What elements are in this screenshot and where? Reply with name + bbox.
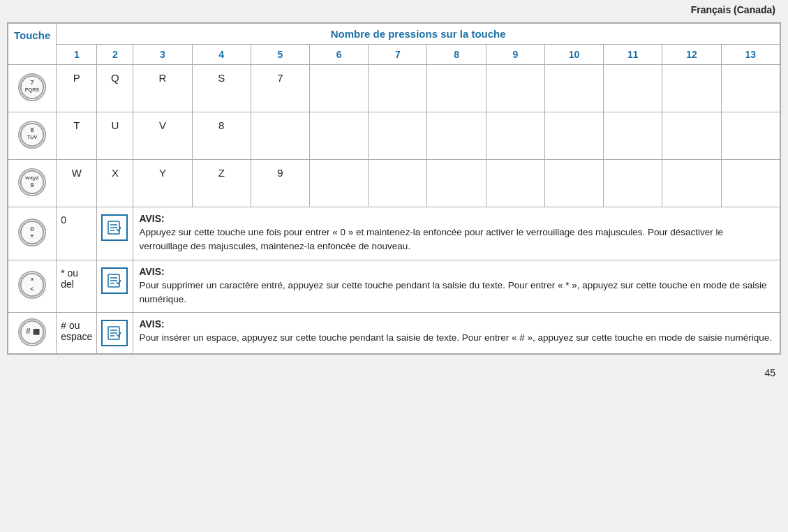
key-icon: wxyz9 <box>18 168 46 196</box>
data-cell <box>369 112 427 160</box>
key-cell: 8TUV <box>8 112 57 160</box>
notice-icon <box>101 320 128 346</box>
notice-content-cell: AVIS:Pour supprimer un caractère entré, … <box>133 260 780 313</box>
key-cell: 7PQRS <box>8 65 57 112</box>
notice-title: AVIS: <box>139 213 774 224</box>
col-num-header: 3 <box>133 45 192 65</box>
table-row: wxyz9WXYZ9 <box>8 160 780 207</box>
svg-text:PQRS: PQRS <box>25 87 40 93</box>
notice-icon <box>101 214 128 241</box>
svg-text:0: 0 <box>30 225 34 232</box>
notice-icon-cell <box>97 207 133 260</box>
data-cell: T <box>57 112 97 160</box>
data-cell: R <box>133 65 192 112</box>
col-num-header: 12 <box>662 45 721 65</box>
sub-header-row: 12345678910111213 <box>8 45 780 65</box>
data-cell: Y <box>133 160 192 207</box>
data-cell <box>369 160 427 207</box>
notice-icon-cell <box>97 260 133 313</box>
svg-text:wxyz: wxyz <box>24 175 38 181</box>
svg-text:#: # <box>26 325 31 334</box>
data-cell <box>662 112 721 160</box>
notice-title: AVIS: <box>139 318 774 330</box>
data-cell: 7 <box>251 65 309 112</box>
col-num-header: 9 <box>486 45 544 65</box>
data-cell <box>486 160 544 207</box>
svg-point-23 <box>21 320 43 343</box>
col-num-header: 7 <box>369 45 427 65</box>
data-cell <box>721 65 780 112</box>
data-cell: W <box>57 160 97 207</box>
main-header: Nombre de pressions sur la touche <box>57 24 780 45</box>
notice-row: #⬛# ou espace AVIS:Pour insérer un espac… <box>8 313 780 354</box>
data-cell: S <box>192 65 251 112</box>
notice-text: Appuyez sur cette touche une fois pour e… <box>139 226 774 254</box>
data-cell: X <box>97 160 133 207</box>
data-cell <box>721 112 780 160</box>
svg-text:9: 9 <box>31 182 34 189</box>
table-row: 7PQRSPQRS7 <box>8 65 780 112</box>
header-row: Touche Nombre de pressions sur la touche <box>8 24 780 45</box>
col-key-header: Touche <box>8 24 57 65</box>
data-cell <box>544 112 603 160</box>
svg-text:7: 7 <box>31 79 34 86</box>
notice-text: Pour supprimer un caractère entré, appuy… <box>139 279 774 307</box>
notice-key-cell: 0+ <box>8 207 57 260</box>
notice-row: 0+0 AVIS:Appuyez sur cette touche une fo… <box>8 207 780 260</box>
data-cell <box>369 65 427 112</box>
key-table: Touche Nombre de pressions sur la touche… <box>8 23 780 354</box>
notice-value-cell: * ou del <box>57 260 97 313</box>
svg-text:8: 8 <box>31 126 34 133</box>
col-num-header: 8 <box>427 45 486 65</box>
notice-row: *<* ou del AVIS:Pour supprimer un caract… <box>8 260 780 313</box>
notice-icon <box>101 267 128 294</box>
data-cell <box>427 160 486 207</box>
data-cell <box>486 112 544 160</box>
notice-title: AVIS: <box>139 266 774 277</box>
notice-key-cell: *< <box>8 260 57 313</box>
main-table-wrapper: Touche Nombre de pressions sur la touche… <box>7 22 781 355</box>
key-cell: wxyz9 <box>8 160 57 207</box>
col-num-header: 6 <box>310 45 369 65</box>
key-icon: *< <box>18 271 46 299</box>
data-cell <box>427 65 486 112</box>
notice-value-cell: # ou espace <box>57 313 97 354</box>
key-icon: 7PQRS <box>18 73 46 101</box>
table-row: 8TUVTUV8 <box>8 112 780 160</box>
data-cell: 8 <box>192 112 251 160</box>
data-cell: V <box>133 112 192 160</box>
notice-text: Pour insérer un espace, appuyez sur cett… <box>139 331 774 345</box>
col-num-header: 1 <box>57 45 97 65</box>
key-icon: #⬛ <box>18 318 46 346</box>
data-cell: Q <box>97 65 133 112</box>
data-cell: Z <box>192 160 251 207</box>
notice-icon-cell <box>97 313 133 354</box>
data-cell <box>604 160 662 207</box>
key-icon: 0+ <box>18 219 46 246</box>
svg-text:⬛: ⬛ <box>33 327 40 335</box>
page-number: 45 <box>0 362 788 381</box>
col-num-header: 5 <box>251 45 309 65</box>
notice-key-cell: #⬛ <box>8 313 57 354</box>
data-cell: P <box>57 65 97 112</box>
data-cell <box>662 65 721 112</box>
data-cell <box>310 112 369 160</box>
data-cell <box>544 65 603 112</box>
col-num-header: 13 <box>721 45 780 65</box>
data-cell <box>310 65 369 112</box>
data-cell <box>544 160 603 207</box>
data-cell <box>604 112 662 160</box>
notice-content-cell: AVIS:Pour insérer un espace, appuyez sur… <box>133 313 780 354</box>
col-num-header: 2 <box>97 45 133 65</box>
svg-text:<: < <box>30 286 34 293</box>
notice-value-cell: 0 <box>57 207 97 260</box>
page-language: Français (Canada) <box>0 0 788 18</box>
svg-text:TUV: TUV <box>27 134 38 140</box>
data-cell <box>427 112 486 160</box>
data-cell <box>310 160 369 207</box>
col-num-header: 11 <box>604 45 662 65</box>
svg-text:+: + <box>30 232 34 239</box>
col-num-header: 10 <box>544 45 603 65</box>
data-cell <box>604 65 662 112</box>
data-cell <box>721 160 780 207</box>
